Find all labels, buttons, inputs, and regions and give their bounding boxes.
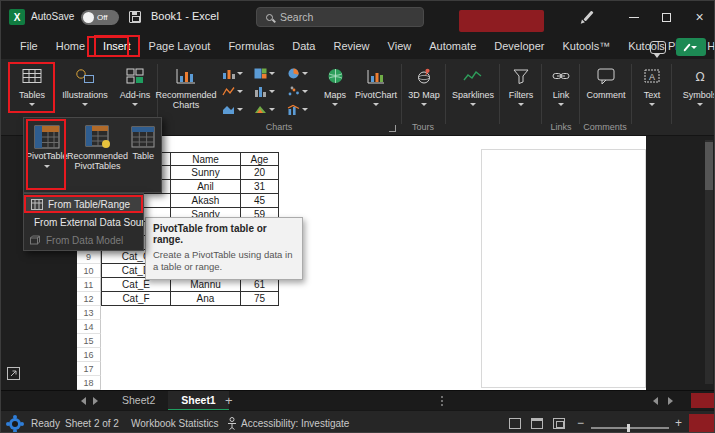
cell[interactable] xyxy=(241,306,279,320)
cell[interactable] xyxy=(171,376,241,390)
cell[interactable] xyxy=(171,138,241,152)
insert-hierarchy-chart-button[interactable] xyxy=(249,66,282,81)
symbols-button[interactable]: Ω Symbols xyxy=(675,62,715,120)
tab-kutools[interactable]: Kutools™ xyxy=(553,35,619,57)
link-button[interactable]: Link xyxy=(545,62,577,120)
workbook-statistics-button[interactable]: Workbook Statistics xyxy=(131,418,219,429)
previous-sheet-icon[interactable] xyxy=(81,397,86,405)
normal-view-icon[interactable] xyxy=(509,418,521,429)
row-header[interactable]: 13 xyxy=(77,306,101,320)
tab-developer[interactable]: Developer xyxy=(485,35,553,57)
table-menu-item[interactable]: Table xyxy=(128,122,159,188)
cell[interactable] xyxy=(101,306,171,320)
insert-area-chart-button[interactable] xyxy=(216,102,249,117)
row-header[interactable]: 14 xyxy=(77,320,101,334)
search-box[interactable]: Search xyxy=(256,7,424,27)
cell[interactable]: Ana xyxy=(171,292,241,306)
autosave-toggle[interactable]: Off xyxy=(81,10,119,25)
scroll-left-icon[interactable] xyxy=(653,397,658,405)
ink-pen-icon[interactable] xyxy=(583,11,593,22)
cell[interactable] xyxy=(241,348,279,362)
insert-line-chart-button[interactable] xyxy=(216,84,249,99)
cell[interactable]: Age xyxy=(241,152,279,166)
cell[interactable] xyxy=(101,348,171,362)
addins-button[interactable]: Add-ins xyxy=(115,62,155,120)
row-header[interactable]: 15 xyxy=(77,334,101,348)
cell[interactable]: 20 xyxy=(241,166,279,180)
scroll-right-icon[interactable] xyxy=(668,397,673,405)
horizontal-scroll-buttons[interactable] xyxy=(653,397,673,405)
insert-statistic-chart-button[interactable] xyxy=(249,84,282,99)
pivotchart-button[interactable]: PivotChart xyxy=(353,62,399,120)
menu-item-from-external-data-source[interactable]: From External Data Source xyxy=(24,213,143,231)
insert-column-chart-button[interactable] xyxy=(216,66,249,81)
cell[interactable]: Anil xyxy=(171,180,241,194)
cell[interactable]: 75 xyxy=(241,292,279,306)
vertical-scrollbar[interactable] xyxy=(705,140,713,384)
page-layout-view-icon[interactable] xyxy=(531,418,543,429)
menu-item-from-table-range[interactable]: From Table/Range xyxy=(24,195,143,213)
cell[interactable] xyxy=(171,348,241,362)
pivottable-menu-item[interactable]: PivotTable xyxy=(26,122,68,188)
insert-surface-chart-button[interactable] xyxy=(249,102,282,117)
recommended-pivottables-menu-item[interactable]: Recommended PivotTables xyxy=(68,122,128,188)
cell[interactable] xyxy=(241,320,279,334)
cell[interactable]: Name xyxy=(171,152,241,166)
comments-icon[interactable] xyxy=(650,41,666,54)
maximize-button[interactable] xyxy=(650,1,683,33)
charts-dialog-launcher[interactable] xyxy=(389,125,396,132)
insert-scatter-chart-button[interactable] xyxy=(281,84,314,99)
tab-home[interactable]: Home xyxy=(47,35,94,57)
row-header[interactable]: 10 xyxy=(77,264,101,278)
tab-scrollbar-splitter[interactable] xyxy=(441,396,443,406)
row-header[interactable]: 17 xyxy=(77,362,101,376)
zoom-out-button[interactable]: − xyxy=(577,416,584,430)
tab-insert[interactable]: Insert xyxy=(94,35,140,57)
cell[interactable] xyxy=(241,362,279,376)
sheet-nav-buttons[interactable] xyxy=(81,397,98,405)
accessibility-status[interactable]: Accessibility: Investigate xyxy=(241,418,349,429)
tab-review[interactable]: Review xyxy=(324,35,378,57)
illustrations-button[interactable]: Illustrations xyxy=(59,62,111,120)
comment-button[interactable]: Comment xyxy=(583,62,629,120)
recommended-charts-button[interactable]: Recommended Charts xyxy=(159,62,213,120)
cell[interactable] xyxy=(171,334,241,348)
cell[interactable] xyxy=(101,376,171,390)
cell[interactable] xyxy=(101,320,171,334)
tab-formulas[interactable]: Formulas xyxy=(219,35,283,57)
zoom-in-button[interactable]: + xyxy=(675,416,682,430)
tab-view[interactable]: View xyxy=(379,35,421,57)
cell[interactable] xyxy=(171,306,241,320)
cell[interactable] xyxy=(171,320,241,334)
sheet-tab-sheet1[interactable]: Sheet1 xyxy=(168,391,228,411)
cell[interactable]: 31 xyxy=(241,180,279,194)
cell[interactable]: Cat_E xyxy=(101,278,171,292)
tab-data[interactable]: Data xyxy=(283,35,324,57)
row-header[interactable]: 12 xyxy=(77,292,101,306)
sheet-tab-sheet2[interactable]: Sheet2 xyxy=(109,391,168,411)
cell[interactable]: Mannu xyxy=(171,278,241,292)
editing-mode-button[interactable] xyxy=(676,38,706,56)
page-break-view-icon[interactable] xyxy=(553,418,565,429)
zoom-slider-thumb[interactable] xyxy=(627,424,630,432)
next-sheet-icon[interactable] xyxy=(93,397,98,405)
cell[interactable] xyxy=(241,334,279,348)
cell[interactable]: Sunny xyxy=(171,166,241,180)
3d-map-button[interactable]: 3D Map xyxy=(405,62,443,120)
scrollbar-thumb[interactable] xyxy=(705,142,713,190)
cell[interactable]: Cat_F xyxy=(101,292,171,306)
gear-icon[interactable] xyxy=(9,418,21,430)
cell[interactable] xyxy=(101,362,171,376)
minimize-button[interactable] xyxy=(617,1,650,33)
tables-button[interactable]: Tables xyxy=(9,62,55,120)
tab-automate[interactable]: Automate xyxy=(420,35,485,57)
cell[interactable] xyxy=(101,334,171,348)
close-button[interactable]: × xyxy=(683,1,715,33)
cell[interactable] xyxy=(241,376,279,390)
new-sheet-button[interactable]: + xyxy=(225,392,233,410)
insert-combo-chart-button[interactable] xyxy=(281,102,314,117)
insert-pie-chart-button[interactable] xyxy=(281,66,314,81)
sparklines-button[interactable]: Sparklines xyxy=(449,62,497,120)
cell[interactable] xyxy=(241,138,279,152)
tab-file[interactable]: File xyxy=(11,35,47,57)
